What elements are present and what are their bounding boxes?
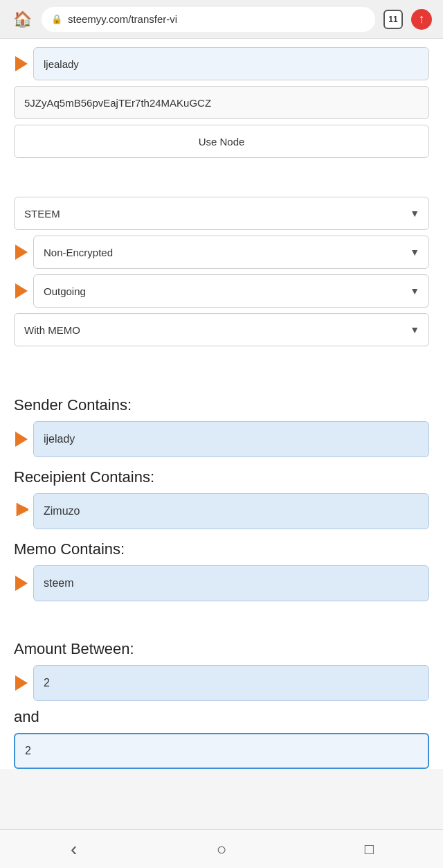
bottom-nav: ‹ ○ □ bbox=[0, 829, 443, 868]
memo-label: Memo Contains: bbox=[14, 540, 429, 558]
use-node-button[interactable]: Use Node bbox=[14, 125, 429, 158]
top-section: Use Node bbox=[0, 39, 443, 163]
sender-arrow-icon bbox=[15, 432, 28, 447]
lock-icon: 🔒 bbox=[51, 14, 62, 24]
username-row bbox=[14, 47, 429, 80]
search-icon: ○ bbox=[217, 840, 227, 859]
memo-filter-dropdown-row: With MEMO ▼ bbox=[14, 313, 429, 346]
currency-dropdown-row: STEEM ▼ bbox=[14, 197, 429, 230]
use-node-row: Use Node bbox=[14, 125, 429, 163]
nav-square-button[interactable]: □ bbox=[352, 835, 386, 863]
direction-dropdown-row: Outgoing ▼ bbox=[14, 274, 429, 308]
upload-icon: ↑ bbox=[419, 12, 425, 26]
amount-min-arrow-icon bbox=[15, 675, 28, 691]
tab-count-badge[interactable]: 11 bbox=[383, 10, 403, 29]
username-input[interactable] bbox=[33, 47, 429, 80]
recipient-label: Receipient Contains: bbox=[14, 468, 429, 486]
username-arrow-icon bbox=[15, 56, 28, 71]
key-input[interactable] bbox=[14, 86, 429, 119]
amount-label: Amount Between: bbox=[14, 640, 429, 658]
recipient-arrow-icon: ⯈ bbox=[15, 502, 30, 520]
amount-max-input[interactable] bbox=[14, 733, 429, 769]
amount-min-input[interactable] bbox=[33, 665, 429, 701]
nav-back-button[interactable]: ‹ bbox=[57, 835, 91, 863]
nav-search-button[interactable]: ○ bbox=[204, 835, 239, 863]
main-content: Use Node STEEM ▼ Non-Encrypted ▼ Outgoin… bbox=[0, 39, 443, 769]
home-button[interactable]: 🏠 bbox=[11, 8, 33, 30]
recipient-input-wrap: ⯈ bbox=[14, 493, 429, 529]
memo-arrow-icon bbox=[15, 576, 28, 591]
and-label: and bbox=[14, 708, 429, 726]
address-bar[interactable]: 🔒 steemyy.com/transfer-vi bbox=[42, 7, 375, 32]
sender-label: Sender Contains: bbox=[14, 396, 429, 414]
upload-button[interactable]: ↑ bbox=[411, 9, 432, 30]
dropdowns-section: STEEM ▼ Non-Encrypted ▼ Outgoing ▼ With … bbox=[0, 197, 443, 346]
encryption-dropdown-row: Non-Encrypted ▼ bbox=[14, 236, 429, 269]
memo-filter-select[interactable]: With MEMO bbox=[14, 313, 429, 346]
back-icon: ‹ bbox=[71, 838, 77, 860]
url-text: steemyy.com/transfer-vi bbox=[68, 13, 177, 25]
memo-input[interactable] bbox=[33, 565, 429, 601]
amount-min-wrap bbox=[14, 665, 429, 701]
direction-select[interactable]: Outgoing bbox=[33, 274, 429, 308]
sender-input-wrap bbox=[14, 421, 429, 457]
amount-max-wrap bbox=[14, 733, 429, 769]
square-icon: □ bbox=[365, 840, 374, 858]
home-icon: 🏠 bbox=[13, 10, 32, 28]
direction-arrow-icon bbox=[15, 283, 28, 299]
currency-select[interactable]: STEEM bbox=[14, 197, 429, 230]
memo-input-wrap bbox=[14, 565, 429, 601]
key-row bbox=[14, 86, 429, 119]
encryption-select[interactable]: Non-Encrypted bbox=[33, 236, 429, 269]
amount-section: Amount Between: and bbox=[0, 626, 443, 769]
filter-section: Sender Contains: Receipient Contains: ⯈ … bbox=[0, 380, 443, 601]
encryption-arrow-icon bbox=[15, 245, 28, 260]
sender-input[interactable] bbox=[33, 421, 429, 457]
recipient-input[interactable] bbox=[33, 493, 429, 529]
browser-bar: 🏠 🔒 steemyy.com/transfer-vi 11 ↑ bbox=[0, 0, 443, 39]
